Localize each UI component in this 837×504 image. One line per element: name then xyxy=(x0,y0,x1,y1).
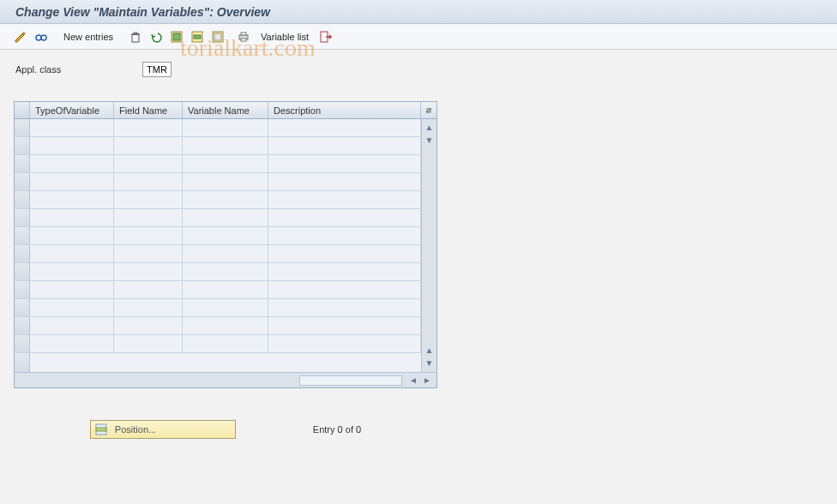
undo-change-icon[interactable] xyxy=(148,28,165,45)
table-row[interactable] xyxy=(15,119,421,137)
exit-icon[interactable] xyxy=(317,28,334,45)
scroll-down-small-icon[interactable]: ▼ xyxy=(424,135,436,147)
cell-description[interactable] xyxy=(268,335,421,352)
cell-variable-name[interactable] xyxy=(183,281,268,298)
cell-variable-name[interactable] xyxy=(183,191,268,208)
row-selector[interactable] xyxy=(15,335,30,352)
table-row[interactable] xyxy=(15,191,421,209)
cell-description[interactable] xyxy=(268,155,421,172)
delete-icon[interactable] xyxy=(127,28,144,45)
table-settings-icon[interactable] xyxy=(421,102,437,118)
cell-field-name[interactable] xyxy=(114,263,183,280)
cell-description[interactable] xyxy=(268,281,421,298)
cell-variable-name[interactable] xyxy=(183,119,268,136)
cell-description[interactable] xyxy=(268,119,421,136)
cell-type-of-variable[interactable] xyxy=(30,317,114,334)
cell-variable-name[interactable] xyxy=(183,137,268,154)
row-selector[interactable] xyxy=(15,299,30,316)
position-button[interactable]: Position... xyxy=(90,420,236,439)
scroll-left-icon[interactable]: ◄ xyxy=(407,375,419,387)
cell-field-name[interactable] xyxy=(114,299,183,316)
table-row[interactable] xyxy=(15,245,421,263)
table-row[interactable] xyxy=(15,263,421,281)
cell-field-name[interactable] xyxy=(114,209,183,226)
row-selector[interactable] xyxy=(15,263,30,280)
cell-type-of-variable[interactable] xyxy=(30,227,114,244)
table-row[interactable] xyxy=(15,281,421,299)
hscroll-track[interactable] xyxy=(299,375,402,386)
scroll-up-icon[interactable]: ▲ xyxy=(424,122,436,134)
row-selector[interactable] xyxy=(15,191,30,208)
cell-type-of-variable[interactable] xyxy=(30,245,114,262)
table-row[interactable] xyxy=(15,335,421,353)
cell-type-of-variable[interactable] xyxy=(30,263,114,280)
cell-description[interactable] xyxy=(268,137,421,154)
row-selector[interactable] xyxy=(15,155,30,172)
cell-field-name[interactable] xyxy=(114,155,183,172)
new-entries-button[interactable]: New entries xyxy=(58,32,118,42)
deselect-all-icon[interactable] xyxy=(209,28,226,45)
cell-description[interactable] xyxy=(268,299,421,316)
row-selector[interactable] xyxy=(15,137,30,154)
cell-field-name[interactable] xyxy=(114,281,183,298)
cell-field-name[interactable] xyxy=(114,335,183,352)
vertical-scrollbar[interactable]: ▲ ▼ ▲ ▼ xyxy=(421,119,437,372)
cell-field-name[interactable] xyxy=(114,191,183,208)
cell-variable-name[interactable] xyxy=(183,155,268,172)
cell-description[interactable] xyxy=(268,227,421,244)
glasses-other-view-icon[interactable] xyxy=(33,28,50,45)
table-row[interactable] xyxy=(15,155,421,173)
row-selector[interactable] xyxy=(15,119,30,136)
table-row[interactable] xyxy=(15,227,421,245)
cell-variable-name[interactable] xyxy=(183,263,268,280)
table-row[interactable] xyxy=(15,209,421,227)
column-variable-name[interactable]: Variable Name xyxy=(183,102,268,118)
cell-description[interactable] xyxy=(268,209,421,226)
cell-type-of-variable[interactable] xyxy=(30,209,114,226)
select-block-icon[interactable] xyxy=(189,28,206,45)
scroll-down-icon[interactable]: ▼ xyxy=(424,357,436,369)
cell-description[interactable] xyxy=(268,263,421,280)
cell-variable-name[interactable] xyxy=(183,173,268,190)
toggle-display-change-icon[interactable] xyxy=(12,28,29,45)
cell-description[interactable] xyxy=(268,317,421,334)
cell-type-of-variable[interactable] xyxy=(30,173,114,190)
cell-type-of-variable[interactable] xyxy=(30,137,114,154)
cell-type-of-variable[interactable] xyxy=(30,281,114,298)
cell-field-name[interactable] xyxy=(114,317,183,334)
cell-variable-name[interactable] xyxy=(183,245,268,262)
cell-description[interactable] xyxy=(268,191,421,208)
row-selector[interactable] xyxy=(15,317,30,334)
column-field-name[interactable]: Field Name xyxy=(114,102,183,118)
scroll-right-icon[interactable]: ► xyxy=(421,375,433,387)
row-selector[interactable] xyxy=(15,209,30,226)
cell-variable-name[interactable] xyxy=(183,209,268,226)
horizontal-scrollbar[interactable]: ◄ ► xyxy=(15,372,437,387)
table-row[interactable] xyxy=(15,137,421,155)
cell-variable-name[interactable] xyxy=(183,299,268,316)
cell-field-name[interactable] xyxy=(114,245,183,262)
cell-field-name[interactable] xyxy=(114,137,183,154)
cell-field-name[interactable] xyxy=(114,119,183,136)
row-selector[interactable] xyxy=(15,227,30,244)
column-type-of-variable[interactable]: TypeOfVariable xyxy=(30,102,114,118)
cell-type-of-variable[interactable] xyxy=(30,155,114,172)
cell-type-of-variable[interactable] xyxy=(30,119,114,136)
table-row[interactable] xyxy=(15,317,421,335)
table-row[interactable] xyxy=(15,173,421,191)
scroll-up-small-icon[interactable]: ▲ xyxy=(424,345,436,357)
column-description[interactable]: Description xyxy=(268,102,421,118)
cell-field-name[interactable] xyxy=(114,227,183,244)
cell-field-name[interactable] xyxy=(114,173,183,190)
cell-description[interactable] xyxy=(268,173,421,190)
cell-type-of-variable[interactable] xyxy=(30,335,114,352)
select-all-icon[interactable] xyxy=(168,28,185,45)
cell-variable-name[interactable] xyxy=(183,335,268,352)
print-icon[interactable] xyxy=(235,28,252,45)
cell-type-of-variable[interactable] xyxy=(30,299,114,316)
row-selector-header[interactable] xyxy=(15,102,30,118)
cell-variable-name[interactable] xyxy=(183,317,268,334)
cell-type-of-variable[interactable] xyxy=(30,191,114,208)
appl-class-input[interactable] xyxy=(142,62,172,77)
table-row[interactable] xyxy=(15,299,421,317)
